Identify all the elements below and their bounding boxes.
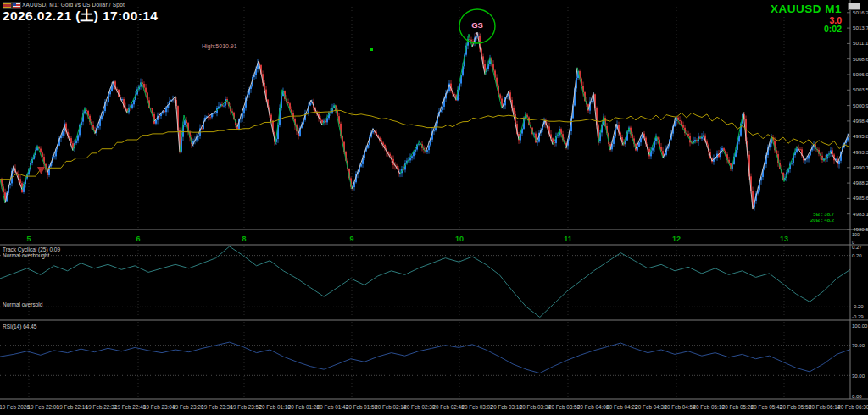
zigzag-segment bbox=[676, 117, 693, 144]
zigzag-segment bbox=[400, 141, 420, 174]
candle-body bbox=[133, 100, 135, 104]
time-axis-label: 19 Feb 2026 bbox=[0, 404, 30, 410]
price-axis-label: 4993.30 bbox=[853, 149, 868, 155]
hour-strip-label: 8 bbox=[242, 235, 246, 243]
oversold-label: Normal oversold bbox=[3, 302, 42, 307]
candle-body bbox=[637, 147, 638, 150]
zigzag-segment bbox=[583, 93, 588, 109]
price-axis-label: 5003.50 bbox=[853, 86, 868, 92]
price-axis-label: 4988.20 bbox=[853, 180, 868, 185]
candle-body bbox=[426, 150, 428, 152]
time-axis-label: 19 Feb 22:16 bbox=[57, 404, 89, 410]
candle-body bbox=[291, 109, 292, 113]
zigzag-segment bbox=[298, 100, 311, 134]
time-axis-label: 20 Feb 01:10 bbox=[259, 404, 292, 410]
range-stats-line2: 20B : 48.2 bbox=[810, 218, 834, 224]
time-axis-label: 20 Feb 04:06 bbox=[577, 404, 609, 410]
price-axis-label: 4995.85 bbox=[853, 133, 868, 139]
rsi-panel bbox=[0, 342, 850, 375]
rsi-scale-label: 0.00 bbox=[852, 394, 862, 399]
zigzag-segment bbox=[485, 58, 490, 75]
heart-marker-icon: ♡ bbox=[474, 31, 481, 41]
zigzag-segment bbox=[566, 121, 571, 148]
candle-body bbox=[442, 107, 443, 110]
zigzag-segment bbox=[771, 136, 784, 182]
chart-canvas[interactable]: 5016.255013.705011.155008.605006.055003.… bbox=[0, 0, 868, 415]
price-axis-label: 4983.10 bbox=[853, 211, 868, 217]
zigzag-segment bbox=[490, 58, 502, 109]
zigzag-segment bbox=[127, 82, 142, 113]
price-axis-label: 4980.55 bbox=[853, 226, 868, 232]
zigzag-segment bbox=[47, 125, 64, 172]
rsi-label: RSI(14) 64.45 bbox=[3, 324, 36, 329]
hour-strip-label: 5 bbox=[26, 235, 31, 243]
time-axis-label: 20 Feb 02:14 bbox=[375, 404, 407, 410]
watermark-symbol-label: XAUUSD M1 bbox=[771, 3, 842, 15]
zigzag-segment bbox=[322, 105, 335, 125]
zigzag-segment bbox=[85, 108, 95, 134]
candle-body bbox=[145, 88, 147, 93]
hour-strip-label: 13 bbox=[780, 235, 788, 243]
moving-average-line bbox=[0, 110, 849, 180]
chart-corner-button[interactable] bbox=[848, 3, 860, 10]
oscillator-scale-label: -0.20 bbox=[852, 304, 864, 309]
hour-strip-label: 9 bbox=[349, 235, 353, 243]
oscillator-scale-label: 0.20 bbox=[852, 253, 862, 258]
zigzag-segment bbox=[5, 166, 14, 203]
zigzag-segment bbox=[588, 92, 593, 109]
price-axis-label: 5006.05 bbox=[853, 71, 868, 77]
price-axis-label: 4990.75 bbox=[853, 164, 868, 170]
zigzag-segment bbox=[184, 115, 192, 146]
candle-body bbox=[174, 99, 175, 100]
time-axis-label: 20 Feb 05:10 bbox=[693, 404, 726, 410]
zigzag-segment bbox=[373, 129, 400, 174]
zigzag-segment bbox=[14, 166, 22, 190]
candle-body bbox=[131, 104, 133, 108]
time-axis-label: 19 Feb 23:20 bbox=[172, 404, 204, 410]
zigzag-segment bbox=[449, 85, 456, 100]
zigzag-segment bbox=[154, 97, 175, 122]
oscillator-scale-label: -0.29 bbox=[852, 314, 864, 319]
zigzag-segment bbox=[175, 97, 180, 152]
candle-body bbox=[428, 145, 430, 150]
hour-strip-label: 11 bbox=[564, 235, 572, 243]
zigzag-segment bbox=[335, 105, 352, 189]
zigzag-segment bbox=[142, 82, 154, 121]
time-axis-label: 20 Feb 04:38 bbox=[635, 404, 667, 410]
time-axis-label: 19 Feb 22:32 bbox=[86, 404, 118, 410]
candle-body bbox=[70, 138, 72, 143]
price-axis-label: 4998.40 bbox=[853, 118, 868, 124]
zigzag-segment bbox=[545, 120, 553, 145]
time-axis-label: 20 Feb 03:50 bbox=[548, 404, 581, 410]
zigzag-segment bbox=[732, 112, 743, 169]
zigzag-segment bbox=[537, 120, 545, 142]
zigzag-segment bbox=[22, 146, 37, 190]
time-axis-label: 20 Feb 05:42 bbox=[751, 404, 783, 410]
candle-body bbox=[42, 152, 43, 157]
time-axis-label: 19 Feb 23:36 bbox=[201, 404, 233, 410]
zigzag-segment bbox=[95, 81, 113, 133]
gridlines bbox=[29, 7, 784, 398]
candle-body bbox=[640, 138, 642, 142]
price-axis-label: 5013.70 bbox=[853, 25, 868, 30]
rsi-scale-label: 70.00 bbox=[852, 343, 865, 348]
candle-countdown: 0:02 bbox=[771, 25, 842, 34]
time-axis-label: 20 Feb 03:18 bbox=[491, 404, 523, 410]
oscillator-panel bbox=[0, 246, 850, 318]
zigzag-segment bbox=[643, 132, 649, 155]
price-axis-label: 5011.15 bbox=[853, 40, 868, 46]
time-axis-label: 20 Feb 02:30 bbox=[403, 404, 436, 410]
time-axis-label: 19 Feb 22:00 bbox=[28, 404, 60, 410]
zigzag-segment bbox=[206, 111, 216, 119]
range-stats: 5B : 38.7 20B : 48.2 bbox=[810, 212, 834, 224]
candle-body bbox=[198, 136, 199, 136]
time-axis-label: 20 Feb 04:22 bbox=[606, 404, 638, 410]
zigzag-segment bbox=[456, 34, 469, 100]
time-axis-label: 20 Feb 05:26 bbox=[722, 404, 754, 410]
zigzag-segment bbox=[670, 117, 676, 142]
candle-body bbox=[103, 111, 104, 115]
time-axis-label: 19 Feb 23:04 bbox=[143, 404, 175, 410]
oscillator-scale-label: 0.27 bbox=[852, 245, 862, 250]
zigzag-segment bbox=[797, 147, 805, 161]
range-stats-line1: 5B : 38.7 bbox=[810, 212, 834, 218]
